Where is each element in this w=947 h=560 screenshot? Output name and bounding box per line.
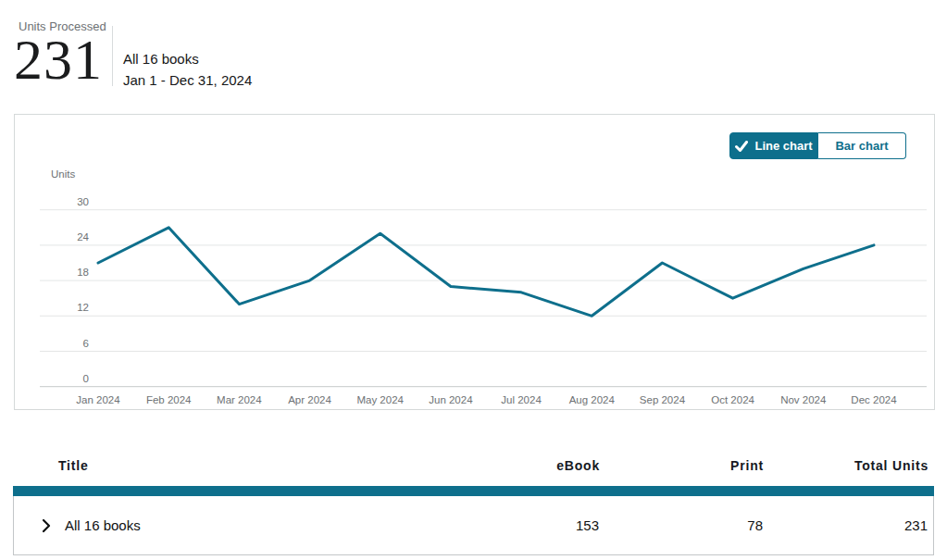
x-tick-label: Nov 2024 [780, 394, 827, 405]
row-title[interactable]: All 16 books [65, 517, 141, 533]
line-chart-button-label: Line chart [754, 139, 812, 153]
line-chart-button[interactable]: Line chart [729, 132, 818, 159]
bar-chart-button[interactable]: Bar chart [818, 132, 906, 159]
chart-type-toggle: Line chart Bar chart [729, 132, 906, 159]
x-tick-label: Dec 2024 [851, 394, 897, 405]
y-tick-label: 30 [77, 196, 89, 207]
table-accent-bar [13, 486, 934, 496]
y-axis-title: Units [51, 168, 75, 180]
x-tick-label: May 2024 [356, 394, 404, 405]
check-icon [735, 141, 748, 152]
col-header-print: Print [605, 458, 769, 473]
x-tick-label: Jan 2024 [76, 394, 120, 405]
col-header-title: Title [13, 458, 439, 473]
x-tick-label: Mar 2024 [217, 394, 262, 405]
metric-value: 231 [14, 31, 103, 88]
x-tick-label: Apr 2024 [288, 394, 331, 405]
row-ebook-value: 153 [438, 517, 604, 533]
data-line [98, 228, 874, 316]
y-tick-label: 0 [83, 373, 89, 384]
row-total-value: 231 [768, 517, 933, 533]
y-tick-label: 24 [77, 231, 89, 243]
col-header-total-units: Total Units [769, 458, 934, 473]
x-tick-label: Oct 2024 [711, 394, 754, 405]
header-divider [112, 26, 113, 86]
row-print-value: 78 [604, 517, 768, 533]
line-chart-svg: 0612182430Jan 2024Feb 2024Mar 2024Apr 20… [15, 115, 936, 411]
y-tick-label: 6 [83, 338, 89, 349]
x-tick-label: Jul 2024 [501, 394, 542, 405]
report-scope: All 16 books Jan 1 - Dec 31, 2024 [123, 48, 252, 91]
chart-panel: 0612182430Jan 2024Feb 2024Mar 2024Apr 20… [14, 114, 935, 410]
bar-chart-button-label: Bar chart [835, 139, 888, 153]
y-tick-label: 12 [77, 302, 89, 313]
table-row[interactable]: All 16 books 153 78 231 [13, 496, 934, 555]
x-tick-label: Feb 2024 [146, 394, 192, 405]
col-header-ebook: eBook [439, 458, 605, 473]
x-tick-label: Sep 2024 [640, 394, 686, 405]
scope-date-range: Jan 1 - Dec 31, 2024 [123, 69, 252, 91]
expand-chevron-icon[interactable] [42, 518, 51, 533]
scope-books: All 16 books [123, 48, 252, 69]
x-tick-label: Aug 2024 [569, 394, 616, 405]
table-header: Title eBook Print Total Units [13, 454, 934, 478]
x-tick-label: Jun 2024 [429, 394, 473, 405]
y-tick-label: 18 [77, 267, 89, 278]
